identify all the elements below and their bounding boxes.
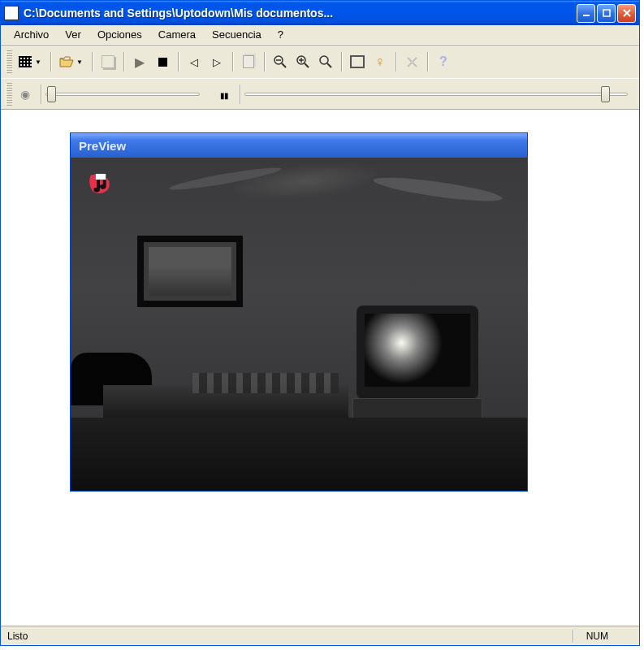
titlebar[interactable]: C:\Documents and Settings\Uptodown\Mis d… [1,1,639,25]
menu-ver[interactable]: Ver [57,26,89,43]
app-icon [4,6,19,20]
menubar: Archivo Ver Opciones Camera Secuencia ? [1,25,639,45]
camera-button[interactable] [14,83,37,106]
preview-video-frame [71,158,527,491]
next-frame-icon [213,54,221,69]
video-content [192,373,339,393]
play-icon: ▶ [135,54,145,70]
toolbar-separator [41,84,41,104]
slider-track [45,93,200,96]
svg-line-6 [305,63,309,67]
pause-button[interactable] [213,83,236,106]
status-numlock-text: NUM [586,630,608,642]
stop-button[interactable] [151,50,174,73]
toolbar-separator [123,52,124,72]
open-button[interactable] [55,50,78,73]
toolbar-separator [264,52,265,72]
svg-point-9 [320,56,328,64]
slider-thumb[interactable] [47,86,56,102]
status-separator [573,630,573,643]
menu-camera[interactable]: Camera [150,26,204,43]
toolbar-separator [178,52,179,72]
next-frame-button[interactable] [205,50,228,73]
toolbar-separator [427,52,428,72]
clipboard-icon [243,55,254,68]
toolbar-separator [341,52,342,72]
video-content [71,418,527,491]
play-button[interactable]: ▶ [128,50,151,73]
video-content [137,236,243,307]
zoom-fit-button[interactable] [314,50,337,73]
menu-help[interactable]: ? [270,26,292,43]
help-icon [439,54,447,69]
toolbar-separator [92,52,93,72]
video-content [357,306,478,399]
clipboard-button[interactable] [237,50,260,73]
statusbar: Listo NUM [1,626,639,645]
close-icon [623,9,631,17]
toolbar-grip[interactable] [6,83,12,106]
zoom-out-icon [273,54,287,69]
prev-frame-button[interactable] [183,50,205,73]
slider-track [244,93,628,96]
camera-icon [20,87,30,102]
toolbar-grip[interactable] [6,50,12,73]
menu-archivo[interactable]: Archivo [6,26,57,43]
svg-rect-0 [583,15,590,16]
close-button[interactable] [617,4,636,23]
zoom-in-button[interactable] [292,50,314,73]
grid-button[interactable] [14,50,37,73]
copy-icon [102,55,115,68]
toolbar-separator [50,52,51,72]
grid-icon [19,56,32,67]
maximize-icon [603,9,611,17]
minimize-button[interactable] [577,4,595,23]
minimize-icon [582,9,590,17]
content-area: PreView [1,110,639,626]
logo-overlay [84,169,116,200]
main-toolbar: ▼ ▼ ▶ [1,46,639,78]
toolbar-separator [395,52,396,72]
menu-secuencia[interactable]: Secuencia [204,26,270,43]
playback-toolbar [1,78,639,109]
selection-button[interactable] [346,50,369,73]
tools-icon [405,55,419,69]
dropdown-arrow-icon[interactable]: ▼ [35,58,43,66]
main-window: C:\Documents and Settings\Uptodown\Mis d… [0,0,640,646]
person-icon [374,54,386,71]
copy-button[interactable] [97,50,119,73]
svg-rect-1 [603,10,610,16]
slider-thumb[interactable] [601,86,610,102]
folder-open-icon [59,55,74,68]
zoom-out-button[interactable] [269,50,292,73]
preview-title-text: PreView [79,139,126,153]
status-ready-text: Listo [7,630,560,642]
toolbar-separator [240,84,240,104]
position-slider[interactable] [244,84,628,104]
menu-opciones[interactable]: Opciones [89,26,150,43]
stop-icon [158,58,167,67]
rectangle-icon [350,55,365,68]
svg-line-3 [282,63,286,67]
pause-icon [220,87,228,102]
tools-button[interactable] [400,50,423,73]
prev-frame-icon [190,54,198,69]
music-note-icon [84,169,116,200]
svg-line-10 [327,63,331,67]
window-title: C:\Documents and Settings\Uptodown\Mis d… [24,6,575,20]
maximize-button[interactable] [597,4,616,23]
speed-slider[interactable] [45,84,200,104]
preview-window[interactable]: PreView [70,132,528,492]
svg-rect-11 [95,174,106,180]
dropdown-arrow-icon[interactable]: ▼ [76,58,84,66]
zoom-fit-icon [318,54,333,69]
toolbar-area: ▼ ▼ ▶ [1,45,639,110]
person-button[interactable] [369,50,391,73]
zoom-in-icon [296,54,310,69]
toolbar-separator [232,52,233,72]
help-button[interactable] [432,50,455,73]
preview-titlebar[interactable]: PreView [71,133,527,158]
